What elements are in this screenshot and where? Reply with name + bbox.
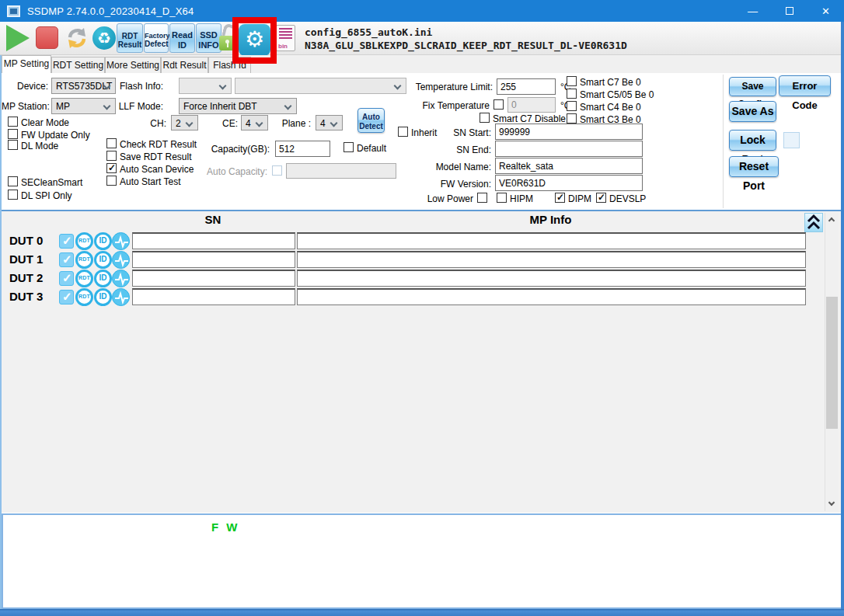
rdt-status-icon[interactable]: RDT [75, 288, 93, 306]
factory-defect-button[interactable]: Factory Defect [144, 23, 169, 53]
scroll-down-button[interactable] [825, 498, 839, 511]
id-status-icon[interactable]: ID [94, 232, 112, 250]
id-status-icon[interactable]: ID [94, 270, 112, 287]
rdt-status-icon[interactable]: RDT [75, 232, 93, 250]
flash-info-select-2[interactable] [235, 78, 406, 94]
dut-enable-checkbox[interactable] [59, 290, 74, 305]
dl-mode-checkbox[interactable] [8, 140, 18, 150]
pulse-status-icon[interactable] [112, 232, 130, 250]
scrollbar-thumb[interactable] [826, 297, 838, 429]
smart-c4-be0-checkbox[interactable] [567, 101, 577, 111]
mp-info-field[interactable] [297, 232, 806, 249]
sn-field[interactable] [132, 288, 295, 305]
red-highlight-box [232, 17, 277, 64]
fw-version-input[interactable] [495, 175, 643, 191]
capacity-input[interactable] [275, 141, 330, 157]
default-checkbox[interactable] [344, 142, 354, 152]
dipm-checkbox[interactable] [555, 193, 565, 203]
stop-icon[interactable] [36, 26, 58, 49]
config-file-name: config_6855_autoK.ini [305, 26, 627, 39]
save-as-button[interactable]: Save As [729, 101, 776, 122]
maximize-button[interactable] [771, 0, 807, 22]
collapse-panel-button[interactable] [804, 213, 823, 232]
mp-info-field[interactable] [297, 270, 806, 287]
auto-capacity-input [286, 163, 396, 179]
save-rdt-result-label: Save RDT Result [120, 151, 191, 162]
chevron-down-icon [256, 120, 263, 127]
fix-temperature-input [507, 97, 556, 113]
auto-scan-device-checkbox[interactable] [106, 163, 117, 173]
plane-select[interactable]: 4 [316, 115, 343, 131]
pulse-status-icon[interactable] [112, 251, 130, 269]
config-profile-name: N38A_GLU_SBLKEXPD_SLCRAID_KEEP_RDT_RESUL… [305, 39, 627, 52]
low-power-checkbox[interactable] [477, 193, 487, 203]
id-status-icon[interactable]: ID [94, 251, 112, 269]
ch-select[interactable]: 2 [171, 115, 198, 131]
bin-file-icon[interactable]: bin [276, 25, 295, 51]
auto-detect-button[interactable]: Auto Detect [357, 108, 385, 133]
smart-c7-be0-checkbox[interactable] [567, 76, 577, 86]
model-name-input[interactable] [495, 158, 643, 174]
flash-info-select-1[interactable] [179, 78, 232, 94]
window-left-border [0, 55, 2, 609]
fix-temperature-checkbox[interactable] [493, 99, 504, 110]
vertical-scrollbar[interactable] [825, 213, 838, 511]
tab-rdt-result[interactable]: Rdt Result [161, 57, 208, 73]
sn-field[interactable] [132, 232, 295, 249]
close-button[interactable]: ✕ [807, 0, 844, 22]
sn-end-input[interactable] [495, 141, 643, 157]
save-config-button[interactable]: Save Config [729, 77, 776, 96]
device-select[interactable]: RTS5735DLT [51, 78, 116, 94]
sn-field[interactable] [132, 251, 295, 268]
pulse-status-icon[interactable] [112, 288, 130, 306]
chevron-down-icon [394, 82, 402, 90]
ce-select[interactable]: 4 [241, 115, 268, 131]
llf-mode-select[interactable]: Force Inherit DBT [179, 98, 297, 114]
dut-row: DUT 3 RDT ID [2, 288, 806, 307]
hipm-checkbox[interactable] [497, 193, 507, 203]
tab-rdt-setting[interactable]: RDT Setting [51, 57, 105, 73]
double-chevron-up-icon [806, 214, 821, 231]
dut-enable-checkbox[interactable] [59, 271, 74, 286]
tab-mp-setting[interactable]: MP Setting [2, 55, 51, 73]
id-status-icon[interactable]: ID [94, 288, 112, 306]
auto-start-test-checkbox[interactable] [106, 176, 117, 186]
lock-port-button[interactable]: Lock Port [729, 130, 776, 151]
devslp-checkbox[interactable] [596, 193, 606, 203]
smart-c7-disable-checkbox[interactable] [480, 113, 490, 123]
fw-update-only-checkbox[interactable] [8, 129, 18, 139]
default-label: Default [357, 143, 386, 154]
refresh-icon[interactable] [65, 26, 89, 50]
recycle-icon[interactable]: ♻ [92, 26, 116, 50]
read-id-button[interactable]: Read ID [169, 23, 195, 53]
secleansmart-checkbox[interactable] [8, 176, 18, 186]
error-code-button[interactable]: Error Code [779, 75, 831, 96]
save-rdt-result-checkbox[interactable] [106, 151, 117, 161]
sn-field[interactable] [132, 270, 295, 287]
pulse-status-icon[interactable] [112, 270, 130, 287]
llf-mode-label: LLF Mode: [118, 101, 163, 112]
mp-info-field[interactable] [297, 251, 806, 268]
clear-mode-checkbox[interactable] [8, 117, 18, 127]
smart-c5-be0-checkbox[interactable] [567, 89, 577, 99]
dut-enable-checkbox[interactable] [59, 252, 74, 267]
inherit-checkbox[interactable] [398, 127, 408, 137]
scroll-up-button[interactable] [825, 213, 839, 226]
rdt-status-icon[interactable]: RDT [75, 251, 93, 269]
hipm-label: HIPM [510, 193, 533, 204]
rdt-status-icon[interactable]: RDT [75, 270, 93, 287]
check-rdt-result-checkbox[interactable] [106, 138, 117, 148]
mp-info-field[interactable] [297, 288, 806, 305]
dl-spi-only-checkbox[interactable] [8, 190, 18, 200]
reset-port-button[interactable]: Reset Port [729, 156, 779, 177]
smart-c3-be0-checkbox[interactable] [567, 113, 577, 124]
tab-more-setting[interactable]: More Setting [105, 57, 161, 73]
start-icon[interactable] [6, 25, 30, 51]
minimize-icon: — [748, 5, 758, 17]
mp-station-select[interactable]: MP [51, 98, 116, 114]
sn-start-input[interactable] [495, 124, 643, 140]
minimize-button[interactable]: — [734, 0, 771, 22]
rdt-result-toolbar-button[interactable]: RDT Result [117, 23, 143, 53]
dut-enable-checkbox[interactable] [59, 234, 74, 249]
temperature-limit-input[interactable] [497, 78, 556, 95]
